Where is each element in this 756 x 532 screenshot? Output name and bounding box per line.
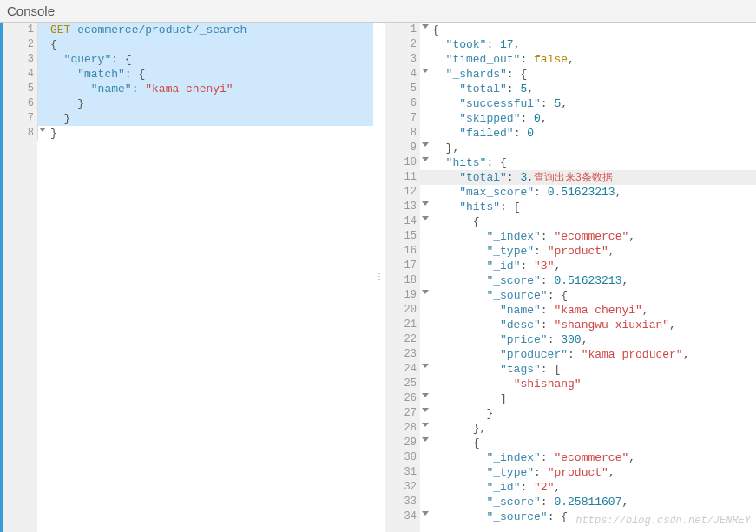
code-line[interactable]: { bbox=[420, 436, 756, 450]
splitter-handle-icon: ⋮ bbox=[375, 276, 384, 279]
code-token: : bbox=[541, 230, 555, 243]
code-token: "failed" bbox=[459, 127, 513, 140]
gutter-line: 4 bbox=[3, 67, 37, 82]
code-line[interactable]: "_source": { bbox=[420, 288, 756, 303]
code-token bbox=[432, 510, 486, 523]
gutter-line: 25 bbox=[385, 377, 420, 391]
code-token bbox=[432, 274, 486, 287]
code-line[interactable]: } bbox=[420, 406, 756, 421]
code-token: "kama chenyi" bbox=[145, 82, 233, 95]
code-line[interactable]: { bbox=[420, 214, 756, 229]
gutter-line: 20 bbox=[385, 303, 420, 318]
gutter-line: 12 bbox=[385, 185, 420, 200]
code-line[interactable]: "successful": 5, bbox=[420, 96, 756, 111]
code-line[interactable]: "query": { bbox=[37, 52, 373, 67]
code-token: : bbox=[520, 112, 534, 125]
code-line[interactable]: }, bbox=[420, 421, 756, 436]
code-token bbox=[432, 112, 459, 125]
code-line[interactable]: GET ecommerce/product/_search bbox=[37, 23, 373, 37]
code-line[interactable]: "_id": "2", bbox=[420, 480, 756, 495]
code-line[interactable]: "producer": "kama producer", bbox=[420, 347, 756, 362]
gutter-line: 34 bbox=[385, 509, 420, 524]
request-editor[interactable]: 🔧 GET ecommerce/product/_search{ "query"… bbox=[37, 23, 373, 532]
response-viewer[interactable]: { "took": 17, "timed_out": false, "_shar… bbox=[420, 23, 756, 532]
code-token: "_source" bbox=[486, 289, 547, 302]
code-line[interactable]: "max_score": 0.51623213, bbox=[420, 185, 756, 200]
code-line[interactable]: "name": "kama chenyi", bbox=[420, 303, 756, 318]
code-token bbox=[432, 230, 486, 243]
code-line[interactable]: "_type": "product", bbox=[420, 465, 756, 480]
code-line[interactable]: { bbox=[420, 23, 756, 37]
code-token: "ecommerce" bbox=[554, 230, 628, 243]
code-line[interactable]: "total": 5, bbox=[420, 82, 756, 96]
request-gutter: 12345678 bbox=[3, 23, 37, 532]
gutter-line: 8 bbox=[385, 126, 420, 141]
code-token: : bbox=[507, 171, 521, 184]
code-token: : bbox=[486, 38, 500, 51]
code-token: "_id" bbox=[486, 481, 520, 494]
code-token: "_source" bbox=[486, 510, 547, 523]
code-line[interactable]: "price": 300, bbox=[420, 332, 756, 347]
gutter-line: 4 bbox=[385, 67, 420, 82]
code-line[interactable]: }, bbox=[420, 141, 756, 155]
code-token: "2" bbox=[534, 481, 554, 494]
code-line[interactable]: "failed": 0 bbox=[420, 126, 756, 141]
code-line[interactable]: "desc": "shangwu xiuxian", bbox=[420, 318, 756, 332]
code-token: "match" bbox=[77, 68, 125, 81]
code-line[interactable]: "_index": "ecommerce", bbox=[420, 450, 756, 465]
code-token bbox=[50, 82, 91, 95]
code-line[interactable]: "skipped": 0, bbox=[420, 111, 756, 126]
main-split: 12345678 🔧 GET ecommerce/product/_search… bbox=[0, 23, 756, 532]
gutter-line: 27 bbox=[385, 406, 420, 421]
code-token: } bbox=[50, 127, 57, 140]
code-line[interactable]: "_source": { bbox=[420, 509, 756, 524]
gutter-line: 31 bbox=[385, 465, 420, 480]
code-token: "_type" bbox=[486, 245, 534, 258]
code-line[interactable]: } bbox=[37, 126, 373, 141]
gutter-line: 14 bbox=[385, 214, 420, 229]
code-token: "hits" bbox=[459, 200, 500, 213]
code-token: : { bbox=[125, 68, 145, 81]
code-line[interactable]: "_score": 0.51623213, bbox=[420, 273, 756, 288]
code-token bbox=[432, 363, 500, 376]
code-line[interactable]: { bbox=[37, 37, 373, 52]
code-line[interactable]: ] bbox=[420, 391, 756, 406]
code-line[interactable]: "shishang" bbox=[420, 377, 756, 391]
code-token: , bbox=[615, 186, 622, 199]
code-line[interactable]: "took": 17, bbox=[420, 37, 756, 52]
gutter-line: 16 bbox=[385, 244, 420, 259]
code-token: "shishang" bbox=[514, 378, 582, 391]
code-line[interactable]: "total": 3,查询出来3条数据 bbox=[420, 170, 756, 185]
code-token: , bbox=[582, 333, 588, 346]
code-line[interactable]: "match": { bbox=[37, 67, 373, 82]
request-pane: 12345678 🔧 GET ecommerce/product/_search… bbox=[0, 23, 373, 532]
code-token: false bbox=[534, 53, 568, 66]
code-line[interactable]: "_id": "3", bbox=[420, 259, 756, 273]
gutter-line: 28 bbox=[385, 421, 420, 436]
gutter-line: 23 bbox=[385, 347, 420, 362]
console-header: Console bbox=[0, 0, 756, 23]
code-token: : bbox=[541, 451, 555, 464]
gutter-line: 5 bbox=[385, 82, 420, 96]
code-token: "total" bbox=[459, 82, 507, 95]
code-line[interactable]: "_type": "product", bbox=[420, 244, 756, 259]
code-token: : bbox=[541, 304, 555, 317]
code-line[interactable]: } bbox=[37, 111, 373, 126]
code-token: 0 bbox=[534, 112, 541, 125]
code-token: , bbox=[554, 481, 561, 494]
code-line[interactable]: "_shards": { bbox=[420, 67, 756, 82]
code-line[interactable]: "_index": "ecommerce", bbox=[420, 229, 756, 244]
code-line[interactable]: "hits": [ bbox=[420, 200, 756, 214]
code-line[interactable]: "timed_out": false, bbox=[420, 52, 756, 67]
code-line[interactable]: "tags": [ bbox=[420, 362, 756, 377]
code-token: }, bbox=[432, 141, 459, 154]
code-token: : [ bbox=[500, 200, 520, 213]
code-token: "hits" bbox=[446, 156, 487, 169]
code-token: , bbox=[554, 259, 561, 273]
code-token: : [ bbox=[541, 363, 561, 376]
code-line[interactable]: "name": "kama chenyi" bbox=[37, 82, 373, 96]
code-line[interactable]: "_score": 0.25811607, bbox=[420, 495, 756, 509]
code-line[interactable]: "hits": { bbox=[420, 155, 756, 170]
code-line[interactable]: } bbox=[37, 96, 373, 111]
pane-splitter[interactable]: ⋮ bbox=[373, 23, 385, 532]
